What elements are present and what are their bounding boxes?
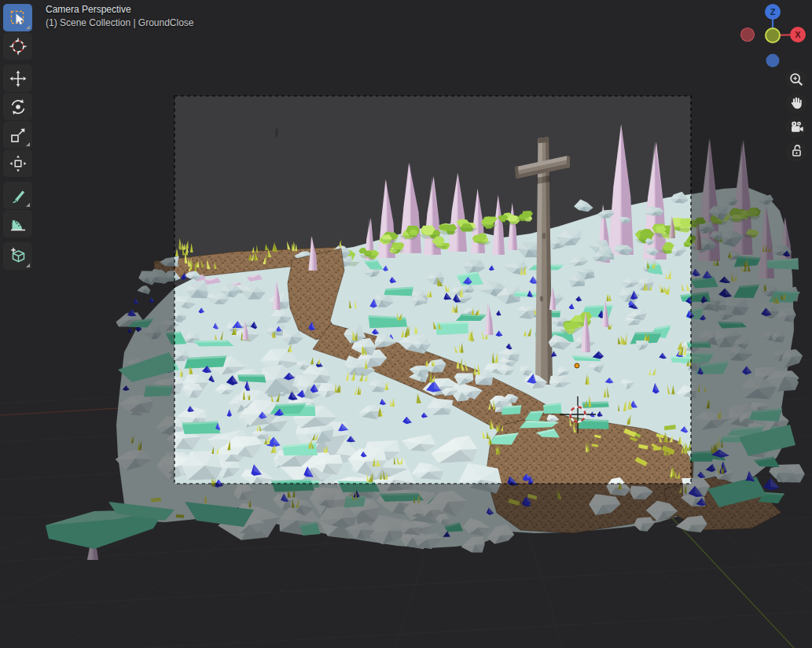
gizmo-axis-x[interactable]: X <box>790 27 806 42</box>
measure-icon <box>9 215 28 234</box>
object-origin-dot[interactable] <box>575 363 579 368</box>
tool-transform[interactable] <box>3 149 32 177</box>
hand-icon <box>788 94 805 112</box>
viewport-canvas[interactable] <box>0 0 812 648</box>
gizmo-z-label: Z <box>770 7 776 17</box>
navigation-gizmo[interactable]: Z X <box>733 0 812 72</box>
gizmo-axis-neg-z[interactable] <box>766 54 780 68</box>
transform-icon <box>9 154 28 173</box>
gizmo-axis-z[interactable]: Z <box>765 4 781 20</box>
blender-3d-viewport: Camera Perspective (1) Scene Collection … <box>0 0 812 648</box>
3d-cursor-icon <box>9 37 28 56</box>
camera-icon <box>788 119 805 136</box>
gizmo-axis-neg-x[interactable] <box>741 28 755 42</box>
gizmo-x-label: X <box>795 30 801 39</box>
zoom-control-button[interactable] <box>785 68 806 90</box>
rotate-icon <box>9 98 28 116</box>
tool-add-cube[interactable] <box>3 242 32 270</box>
pan-control-button[interactable] <box>785 93 806 114</box>
tool-rotate[interactable] <box>3 93 32 120</box>
select-box-icon <box>9 9 28 28</box>
move-icon <box>9 69 28 88</box>
tool-annotate[interactable] <box>3 182 32 209</box>
camera-view-button[interactable] <box>785 116 806 138</box>
tool-cursor[interactable] <box>3 32 32 60</box>
scale-icon <box>9 126 28 145</box>
tool-scale[interactable] <box>3 121 32 149</box>
annotate-icon <box>9 186 28 205</box>
tool-shelf <box>3 4 32 271</box>
tool-measure[interactable] <box>3 210 32 237</box>
tool-select-box[interactable] <box>3 4 32 31</box>
magnifier-icon <box>788 71 805 88</box>
lock-open-icon <box>788 142 805 160</box>
tool-move[interactable] <box>3 64 32 92</box>
lock-toggle-button[interactable] <box>785 141 806 162</box>
gizmo-axis-y-center[interactable] <box>766 28 780 42</box>
add-cube-icon <box>9 247 28 266</box>
